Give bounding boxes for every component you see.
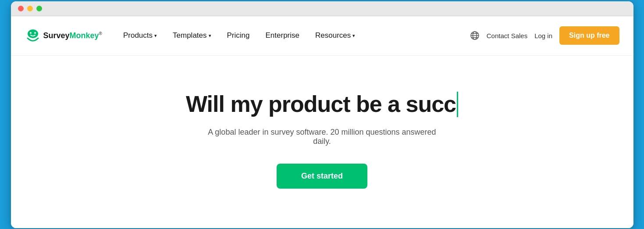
traffic-light-red[interactable]	[18, 6, 24, 11]
browser-chrome	[11, 1, 633, 16]
nav-enterprise-label: Enterprise	[266, 31, 299, 40]
nav-links: Products ▾ Templates ▾ Pricing Enterpris…	[116, 28, 470, 43]
nav-products-label: Products	[123, 31, 153, 40]
chevron-down-icon: ▾	[154, 33, 157, 39]
signup-button[interactable]: Sign up free	[559, 26, 619, 45]
nav-right: Contact Sales Log in Sign up free	[470, 26, 619, 45]
hero-section: Will my product be a succ A global leade…	[11, 56, 633, 228]
nav-pricing-label: Pricing	[227, 31, 250, 40]
nav-templates[interactable]: Templates ▾	[166, 28, 218, 43]
page-content: SurveyMonkey® Products ▾ Templates ▾ Pri…	[11, 16, 633, 228]
nav-templates-label: Templates	[173, 31, 206, 40]
nav-enterprise[interactable]: Enterprise	[259, 28, 306, 43]
svg-point-0	[28, 29, 38, 38]
login-link[interactable]: Log in	[534, 32, 552, 39]
logo[interactable]: SurveyMonkey®	[25, 28, 102, 43]
logo-text: SurveyMonkey®	[43, 31, 102, 40]
traffic-light-green[interactable]	[36, 6, 42, 11]
navbar: SurveyMonkey® Products ▾ Templates ▾ Pri…	[11, 16, 633, 56]
nav-resources[interactable]: Resources ▾	[308, 28, 362, 43]
globe-icon[interactable]	[470, 31, 480, 40]
hero-title: Will my product be a succ	[186, 91, 458, 117]
get-started-button[interactable]: Get started	[277, 164, 367, 189]
contact-sales-link[interactable]: Contact Sales	[487, 32, 527, 39]
browser-window: SurveyMonkey® Products ▾ Templates ▾ Pri…	[11, 1, 633, 228]
chevron-down-icon: ▾	[352, 33, 355, 39]
nav-pricing[interactable]: Pricing	[220, 28, 257, 43]
nav-products[interactable]: Products ▾	[116, 28, 164, 43]
chevron-down-icon: ▾	[209, 33, 211, 39]
traffic-light-yellow[interactable]	[27, 6, 33, 11]
svg-point-1	[30, 32, 32, 34]
text-cursor	[457, 92, 458, 117]
nav-resources-label: Resources	[315, 31, 351, 40]
hero-subtitle: A global leader in survey software. 20 m…	[199, 128, 445, 146]
hero-title-text: Will my product be a succ	[186, 91, 456, 117]
surveymonkey-logo-icon	[25, 28, 41, 43]
svg-point-2	[34, 32, 36, 34]
